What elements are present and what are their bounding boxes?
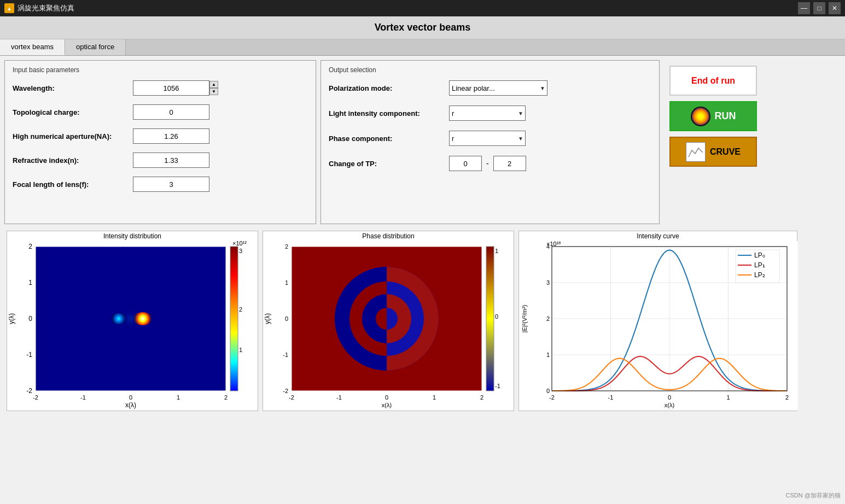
run-icon bbox=[691, 107, 710, 126]
watermark: CSDN @加菲家的猫 bbox=[786, 491, 841, 500]
wavelength-down-button[interactable]: ▼ bbox=[209, 88, 218, 95]
run-label: RUN bbox=[715, 110, 736, 122]
app-icon: ▲ bbox=[4, 3, 14, 13]
cruve-label: CRUVE bbox=[710, 147, 741, 157]
phase-dropdown-wrapper: r x y z ▼ bbox=[449, 131, 526, 146]
topological-charge-label: Topological charge: bbox=[13, 108, 133, 116]
phase-plot-container: Phase distribution bbox=[263, 231, 514, 411]
end-of-run-button[interactable]: End of run bbox=[669, 66, 757, 96]
focal-length-label: Focal length of lens(f): bbox=[13, 180, 133, 189]
param-row-refractive-index: Refractive index(n): bbox=[13, 153, 308, 168]
wavelength-label: Wavelength: bbox=[13, 84, 133, 92]
na-input[interactable] bbox=[133, 128, 209, 144]
output-row-phase: Phase component: r x y z ▼ bbox=[329, 131, 651, 146]
focal-length-input[interactable] bbox=[133, 177, 209, 192]
param-row-focal-length: Focal length of lens(f): bbox=[13, 177, 308, 192]
topological-charge-input[interactable] bbox=[133, 104, 209, 120]
phase-component-label: Phase component: bbox=[329, 134, 449, 143]
tab-optical-force[interactable]: optical force bbox=[65, 39, 126, 55]
cruve-icon bbox=[686, 142, 706, 162]
cruve-button[interactable]: CRUVE bbox=[669, 137, 757, 167]
input-panel-title: Input basic parameters bbox=[13, 66, 308, 74]
right-buttons: End of run RUN CRUVE bbox=[669, 66, 757, 167]
top-section: Input basic parameters Wavelength: ▲ ▼ T… bbox=[4, 60, 841, 224]
param-row-na: High numerical aperture(NA): bbox=[13, 128, 308, 144]
tp-label: Change of TP: bbox=[329, 160, 449, 168]
tab-vortex-beams[interactable]: vortex beams bbox=[0, 39, 65, 55]
output-panel: Output selection Polarization mode: Line… bbox=[320, 60, 660, 224]
curve-canvas bbox=[519, 241, 798, 411]
polarization-label: Polarization mode: bbox=[329, 84, 449, 92]
tp-row: Change of TP: - bbox=[329, 156, 651, 171]
wavelength-up-button[interactable]: ▲ bbox=[209, 81, 218, 88]
phase-dropdown[interactable]: r x y z bbox=[449, 131, 526, 146]
param-row-topological-charge: Topological charge: bbox=[13, 104, 308, 120]
output-row-polarization: Polarization mode: Linear polar... Circu… bbox=[329, 80, 651, 96]
na-label: High numerical aperture(NA): bbox=[13, 132, 133, 140]
refractive-index-label: Refractive index(n): bbox=[13, 156, 133, 165]
title-bar-app-name: 涡旋光束聚焦仿真 bbox=[18, 3, 74, 13]
wavelength-spin-buttons: ▲ ▼ bbox=[209, 81, 218, 95]
param-row-wavelength: Wavelength: ▲ ▼ bbox=[13, 80, 308, 96]
maximize-button[interactable]: □ bbox=[813, 2, 825, 14]
wavelength-input[interactable] bbox=[133, 80, 209, 96]
polarization-dropdown[interactable]: Linear polar... Circular polar... Radial… bbox=[449, 80, 547, 96]
main-content: Input basic parameters Wavelength: ▲ ▼ T… bbox=[0, 56, 845, 415]
intensity-plot-title: Intensity distribution bbox=[7, 231, 258, 241]
intensity-component-label: Light intensity component: bbox=[329, 109, 449, 118]
title-bar: ▲ 涡旋光束聚焦仿真 — □ ✕ bbox=[0, 0, 845, 16]
output-row-intensity: Light intensity component: r x y z total… bbox=[329, 106, 651, 121]
input-panel: Input basic parameters Wavelength: ▲ ▼ T… bbox=[4, 60, 316, 224]
intensity-canvas bbox=[7, 241, 259, 411]
close-button[interactable]: ✕ bbox=[829, 2, 841, 14]
curve-plot-container: Intensity curve bbox=[518, 231, 797, 411]
app-title: Vortex vector beams bbox=[0, 16, 845, 39]
curve-plot-title: Intensity curve bbox=[519, 231, 797, 241]
tp-to-input[interactable] bbox=[493, 156, 526, 171]
tp-dash: - bbox=[486, 159, 489, 168]
run-button[interactable]: RUN bbox=[669, 101, 757, 131]
refractive-index-input[interactable] bbox=[133, 153, 209, 168]
output-panel-title: Output selection bbox=[329, 66, 651, 74]
title-bar-controls[interactable]: — □ ✕ bbox=[798, 2, 841, 14]
wavelength-spinbox: ▲ ▼ bbox=[133, 80, 218, 96]
minimize-button[interactable]: — bbox=[798, 2, 810, 14]
intensity-dropdown[interactable]: r x y z total bbox=[449, 106, 526, 121]
polarization-dropdown-wrapper: Linear polar... Circular polar... Radial… bbox=[449, 80, 547, 96]
phase-canvas bbox=[263, 241, 515, 411]
phase-plot-title: Phase distribution bbox=[263, 231, 514, 241]
title-bar-left: ▲ 涡旋光束聚焦仿真 bbox=[4, 3, 74, 13]
intensity-plot-container: Intensity distribution bbox=[7, 231, 258, 411]
tp-from-input[interactable] bbox=[449, 156, 482, 171]
plots-section: Intensity distribution Phase distributio… bbox=[4, 231, 841, 411]
intensity-dropdown-wrapper: r x y z total ▼ bbox=[449, 106, 526, 121]
tab-bar: vortex beams optical force bbox=[0, 39, 845, 56]
